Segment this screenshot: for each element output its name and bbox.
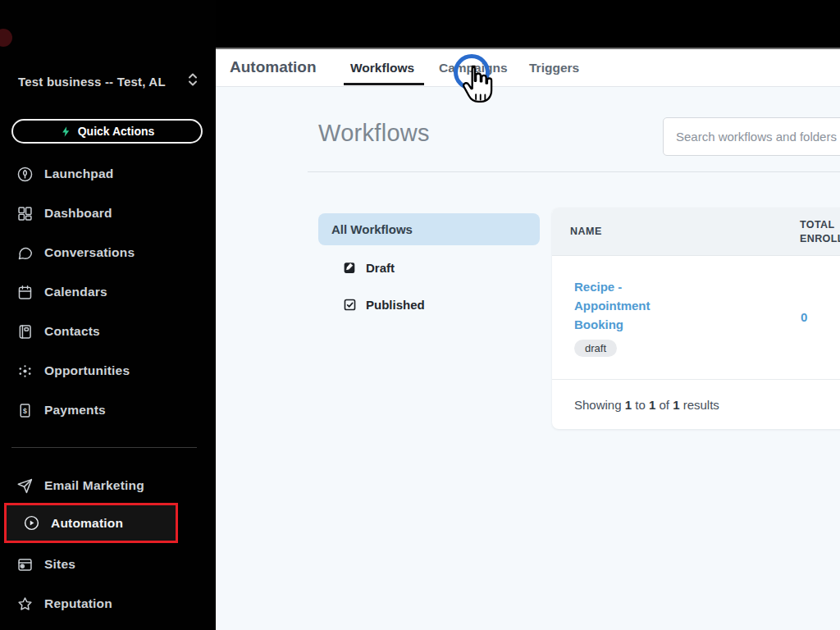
quick-actions-label: Quick Actions [78, 125, 155, 138]
quick-actions-button[interactable]: Quick Actions [11, 119, 203, 144]
status-badge: draft [574, 340, 617, 357]
sidebar-item-dashboard[interactable]: Dashboard [0, 194, 199, 233]
total-enrolled-value[interactable]: 0 [801, 310, 807, 324]
draft-edit-icon [343, 261, 357, 275]
sidebar-item-label: Email Marketing [44, 478, 144, 493]
main-content: Workflows All Workflows Draft Published … [216, 87, 840, 630]
star-icon [16, 596, 34, 613]
business-name: Test business -- Test, AL [18, 75, 166, 89]
tab-triggers[interactable]: Triggers [529, 61, 579, 75]
sidebar-item-payments[interactable]: $ Payments [0, 390, 199, 430]
conversations-icon [16, 244, 34, 262]
sidebar-item-opportunities[interactable]: Opportunities [0, 351, 199, 390]
brand-logo [0, 29, 12, 47]
search-input[interactable] [663, 117, 840, 156]
section-heading: Workflows [318, 120, 430, 147]
sidebar-item-label: Calendars [44, 285, 107, 299]
business-selector[interactable]: Test business -- Test, AL [18, 72, 199, 90]
sites-icon [16, 556, 34, 573]
sidebar-item-conversations[interactable]: Conversations [0, 233, 199, 272]
sidebar-item-sites[interactable]: Sites [0, 545, 199, 584]
chevron-updown-icon [187, 72, 199, 90]
send-icon [16, 477, 34, 495]
column-header-total-enrolled: TOTAL ENROLLED [800, 218, 840, 246]
sidebar-item-automation[interactable]: Automation [7, 505, 176, 541]
filter-draft[interactable]: Draft [343, 253, 395, 281]
sidebar-item-reputation[interactable]: Reputation [0, 584, 199, 623]
sidebar-item-label: Conversations [44, 245, 135, 260]
column-header-name: NAME [570, 226, 602, 237]
sidebar-item-label: Reputation [44, 596, 112, 611]
svg-text:$: $ [23, 406, 27, 414]
hand-pointer-cursor [458, 63, 495, 109]
automation-icon [23, 514, 40, 532]
sidebar-item-label: Payments [44, 403, 106, 418]
results-summary: Showing 1 to 1 of 1 results [552, 379, 840, 429]
sidebar-item-launchpad[interactable]: Launchpad [0, 154, 199, 194]
opportunities-icon [16, 363, 34, 380]
launchpad-icon [16, 166, 34, 183]
zap-icon [60, 126, 72, 138]
filter-published[interactable]: Published [343, 290, 425, 318]
heading-divider [308, 171, 840, 172]
table-row: Recipe - Appointment Booking draft 0 [552, 256, 840, 379]
tab-workflows[interactable]: Workflows [350, 61, 414, 75]
sidebar-item-label: Opportunities [44, 363, 130, 378]
dashboard-icon [16, 205, 34, 222]
sidebar-item-email-marketing[interactable]: Email Marketing [0, 466, 199, 505]
automation-highlight-box: Automation [4, 503, 178, 543]
calendars-icon [16, 284, 34, 301]
filter-all-workflows[interactable]: All Workflows [318, 213, 540, 245]
workflow-name-link[interactable]: Recipe - Appointment Booking [574, 277, 666, 334]
sidebar-item-label: Launchpad [44, 167, 113, 181]
sidebar-item-label: Automation [51, 516, 123, 531]
table-header: NAME TOTAL ENROLLED [552, 208, 840, 256]
sidebar: Test business -- Test, AL Quick Actions … [0, 0, 216, 630]
active-tab-underline [344, 83, 424, 85]
sidebar-item-label: Contacts [44, 324, 100, 339]
published-check-icon [343, 298, 357, 312]
contacts-icon [16, 323, 34, 340]
sidebar-divider [11, 447, 197, 448]
payments-icon: $ [16, 402, 34, 419]
sidebar-item-calendars[interactable]: Calendars [0, 272, 199, 312]
top-tabbar: Automation Workflows Campaigns Triggers [216, 48, 840, 87]
sidebar-item-contacts[interactable]: Contacts [0, 312, 199, 351]
sidebar-item-label: Dashboard [44, 206, 112, 221]
sidebar-item-label: Sites [44, 557, 75, 572]
page-title: Automation [230, 58, 317, 76]
workflows-table: NAME TOTAL ENROLLED Recipe - Appointment… [552, 208, 840, 429]
